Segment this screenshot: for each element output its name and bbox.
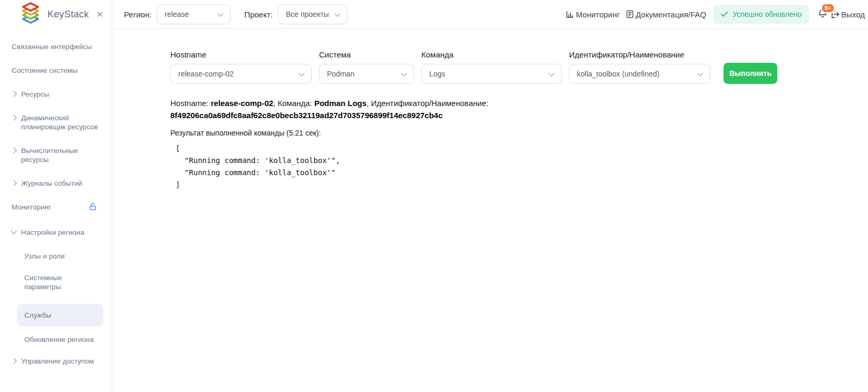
chevron-down-icon xyxy=(334,11,340,16)
sidebar-header: KeyStack ✕ xyxy=(0,0,112,29)
bar-chart-icon xyxy=(566,10,574,18)
output-line: ] xyxy=(176,179,847,191)
region-label: Регион: xyxy=(124,10,151,19)
chevron-down-icon xyxy=(401,70,407,76)
chevron-right-icon xyxy=(11,91,16,97)
sidebar-item-related-interfaces[interactable]: Связанные интерфейсы xyxy=(12,42,103,51)
book-icon xyxy=(626,10,634,18)
chevron-down-icon xyxy=(11,228,16,234)
main-area: Регион: release Проект: Все проекты Мони… xyxy=(112,0,868,392)
hostname-label: Hostname xyxy=(170,50,312,59)
monitoring-link[interactable]: Мониторинг xyxy=(566,10,620,19)
sidebar-subitem-system-params[interactable]: Системные параметры xyxy=(24,273,98,291)
command-label: Команда xyxy=(421,50,562,59)
sidebar-item-region-settings[interactable]: Настройки региона xyxy=(12,228,103,237)
sidebar-item-resources[interactable]: Ресурсы xyxy=(12,90,103,99)
identifier-label: Идентификатор/Наименование xyxy=(569,50,710,59)
chevron-down-icon xyxy=(548,70,554,76)
project-value: Все проекты xyxy=(286,10,329,18)
command-form: Hostname release-comp-02 Система Podman … xyxy=(170,50,847,84)
notification-count-badge: 9+ xyxy=(821,3,834,13)
sidebar-item-monitoring[interactable]: Мониторинг xyxy=(12,203,103,213)
identifier-select[interactable]: kolla_toolbox (undefined) xyxy=(569,64,710,84)
sidebar-item-system-state[interactable]: Состояние системы xyxy=(12,66,103,75)
summary-identifier: 8f49206ca0a69dfc8aaf62c8e0becb32119ad27d… xyxy=(170,111,442,120)
chevron-right-icon xyxy=(11,358,16,364)
sidebar-subitem-services[interactable]: Службы xyxy=(17,304,103,327)
topbar: Регион: release Проект: Все проекты Мони… xyxy=(112,0,868,29)
sidebar-item-event-logs[interactable]: Журналы событий xyxy=(12,179,103,188)
docs-link[interactable]: Документация/FAQ xyxy=(626,10,706,19)
summary-command: Podman Logs xyxy=(314,99,367,108)
chevron-right-icon xyxy=(11,114,16,120)
logout-button[interactable]: Выход xyxy=(831,10,865,19)
system-label: Система xyxy=(319,50,414,59)
page-content: Hostname release-comp-02 Система Podman … xyxy=(112,29,868,191)
sidebar-item-compute-resources[interactable]: Вычислительные ресурсы xyxy=(12,146,103,164)
app-title: KeyStack xyxy=(47,9,89,20)
system-select[interactable]: Podman xyxy=(319,64,414,84)
app-window: KeyStack ✕ Связанные интерфейсы Состояни… xyxy=(0,0,868,392)
output-line: [ xyxy=(176,142,847,155)
sidebar-item-dynamic-scheduler[interactable]: Динамический планировщик ресурсов xyxy=(12,113,103,131)
hostname-field: Hostname release-comp-02 xyxy=(170,50,312,84)
sidebar-subitem-nodes-roles[interactable]: Узлы и роли xyxy=(24,252,98,261)
project-label: Проект: xyxy=(244,10,273,19)
notifications-button[interactable]: 9+ xyxy=(817,8,828,21)
hostname-select[interactable]: release-comp-02 xyxy=(170,64,312,84)
sidebar-nav: Связанные интерфейсы Состояние системы Р… xyxy=(0,29,112,380)
command-output: [ "Running command: 'kolla_toolbox'", "R… xyxy=(176,142,847,191)
command-summary: Hostname: release-comp-02, Команда: Podm… xyxy=(170,97,500,121)
close-sidebar-icon[interactable]: ✕ xyxy=(97,9,103,20)
chevron-right-icon xyxy=(11,147,16,153)
command-field: Команда Logs xyxy=(421,50,562,84)
identifier-field: Идентификатор/Наименование kolla_toolbox… xyxy=(569,50,710,84)
system-field: Система Podman xyxy=(319,50,414,84)
chevron-right-icon xyxy=(11,180,16,186)
topbar-right: Мониторинг Документация/FAQ Успешно обно… xyxy=(566,5,865,24)
execute-button[interactable]: Выполнить xyxy=(724,63,777,84)
chevron-down-icon xyxy=(697,70,703,76)
region-select[interactable]: release xyxy=(157,4,230,24)
output-line: "Running command: 'kolla_toolbox'", xyxy=(176,155,847,167)
summary-hostname: release-comp-02 xyxy=(211,99,273,108)
sidebar-subitem-region-update[interactable]: Обновление региона xyxy=(24,335,98,344)
command-select[interactable]: Logs xyxy=(421,64,562,84)
chevron-down-icon xyxy=(298,70,304,76)
result-caption: Результат выполненной команды (5.21 сек)… xyxy=(170,129,847,137)
sidebar: KeyStack ✕ Связанные интерфейсы Состояни… xyxy=(0,0,112,392)
region-value: release xyxy=(165,10,189,18)
check-icon xyxy=(721,12,728,17)
keystack-logo-icon xyxy=(20,2,41,27)
unlock-icon xyxy=(89,203,97,213)
output-line: "Running command: 'kolla_toolbox'" xyxy=(176,167,847,179)
status-badge: Успешно обновлено xyxy=(713,5,809,24)
project-select[interactable]: Все проекты xyxy=(278,4,348,24)
chevron-down-icon xyxy=(218,11,224,16)
sidebar-item-access-management[interactable]: Управление доступом xyxy=(12,357,103,366)
